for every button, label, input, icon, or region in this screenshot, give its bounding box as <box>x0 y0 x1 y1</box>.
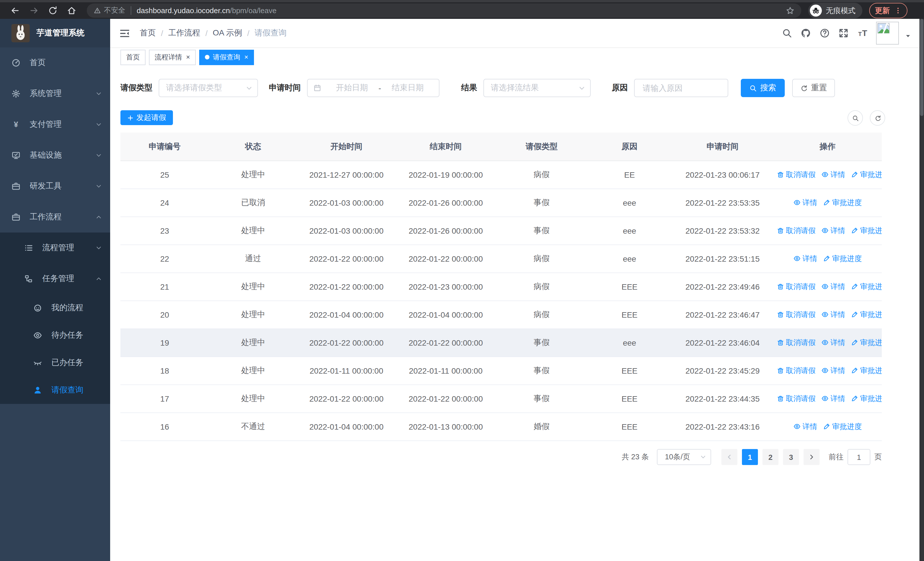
cancel-action-link[interactable]: 取消请假 <box>777 282 816 292</box>
detail-action-link[interactable]: 详情 <box>821 170 845 180</box>
cell-start: 2022-01-04 00:00:00 <box>297 301 396 329</box>
bookmark-star-icon[interactable] <box>786 6 795 15</box>
result-label: 结果 <box>461 83 477 93</box>
progress-action-link[interactable]: 审批进度 <box>851 365 882 376</box>
sidebar-item-请假查询[interactable]: 请假查询 <box>0 376 110 404</box>
detail-action-link[interactable]: 详情 <box>793 254 817 264</box>
page-size-select[interactable]: 10条/页 <box>657 449 711 465</box>
sidebar-item-研发工具[interactable]: 研发工具 <box>0 171 110 202</box>
next-page-button[interactable] <box>804 449 819 465</box>
cancel-action-link[interactable]: 取消请假 <box>777 394 816 404</box>
url-bar[interactable]: 不安全 dashboard.yudao.iocoder.cn /bpm/oa/l… <box>87 3 801 18</box>
sidebar-item-流程管理[interactable]: 流程管理 <box>0 233 110 263</box>
cell-status: 处理中 <box>209 301 297 329</box>
sidebar-item-基础设施[interactable]: 基础设施 <box>0 140 110 171</box>
app-logo[interactable]: 芋道管理系统 <box>0 19 110 47</box>
sidebar-item-支付管理[interactable]: ¥支付管理 <box>0 109 110 140</box>
cell-apply: 2022-01-22 23:46:04 <box>672 329 773 357</box>
page-button-1[interactable]: 1 <box>742 449 758 465</box>
browser-update-button[interactable]: 更新 <box>869 3 908 18</box>
progress-action-link[interactable]: 审批进度 <box>851 394 882 404</box>
github-icon[interactable] <box>801 28 811 38</box>
reset-button[interactable]: 重置 <box>792 79 835 97</box>
detail-action-link[interactable]: 详情 <box>821 282 845 292</box>
cancel-action-link[interactable]: 取消请假 <box>777 170 816 180</box>
cell-end: 2022-01-23 00:00:00 <box>396 273 496 301</box>
avatar[interactable] <box>876 22 899 45</box>
forward-icon[interactable] <box>29 6 39 15</box>
column-header-操作: 操作 <box>773 132 882 161</box>
cancel-action-link[interactable]: 取消请假 <box>777 310 816 320</box>
trash-icon <box>777 311 784 319</box>
sidebar-item-首页[interactable]: 首页 <box>0 47 110 78</box>
scrollbar-thumb[interactable] <box>920 19 923 116</box>
fontsize-icon[interactable]: TT <box>857 28 867 38</box>
tab-首页[interactable]: 首页 <box>120 50 146 65</box>
result-select[interactable]: 请选择流结果 <box>483 79 591 97</box>
progress-action-link[interactable]: 审批进度 <box>851 310 882 320</box>
detail-action-link[interactable]: 详情 <box>821 226 845 236</box>
detail-action-link[interactable]: 详情 <box>821 365 845 376</box>
update-label[interactable]: 更新 <box>875 5 890 16</box>
refresh-table-button[interactable] <box>870 110 885 126</box>
sidebar-toggle-icon[interactable] <box>119 28 130 39</box>
trash-icon <box>777 367 784 375</box>
cancel-action-link[interactable]: 取消请假 <box>777 365 816 376</box>
progress-action-link[interactable]: 审批进度 <box>851 282 882 292</box>
detail-action-link[interactable]: 详情 <box>821 310 845 320</box>
help-icon[interactable] <box>819 28 830 38</box>
progress-action-link[interactable]: 审批进度 <box>823 198 862 208</box>
goto-page-input[interactable] <box>848 449 870 465</box>
sidebar-item-已办任务[interactable]: 已办任务 <box>0 349 110 376</box>
sidebar-item-我的流程[interactable]: 我的流程 <box>0 294 110 322</box>
reload-icon[interactable] <box>48 6 58 15</box>
breadcrumb-item[interactable]: 工作流程 <box>168 28 200 38</box>
detail-action-link[interactable]: 详情 <box>793 422 817 432</box>
tab-流程详情[interactable]: 流程详情× <box>149 50 196 65</box>
breadcrumb-item[interactable]: 首页 <box>140 28 156 38</box>
progress-action-link[interactable]: 审批进度 <box>823 422 862 432</box>
sidebar-item-待办任务[interactable]: 待办任务 <box>0 322 110 349</box>
sidebar-item-任务管理[interactable]: 任务管理 <box>0 263 110 294</box>
detail-action-link[interactable]: 详情 <box>821 394 845 404</box>
prev-page-button[interactable] <box>722 449 737 465</box>
page-button-3[interactable]: 3 <box>783 449 799 465</box>
reason-input[interactable] <box>642 83 721 93</box>
cell-start: 2022-01-22 00:00:00 <box>297 385 396 413</box>
progress-action-link[interactable]: 审批进度 <box>851 170 882 180</box>
table-row-24: 24已取消2022-01-03 00:00:002022-01-26 00:00… <box>120 189 882 217</box>
tab-label: 流程详情 <box>154 52 182 62</box>
leave-type-select[interactable]: 请选择请假类型 <box>159 79 258 97</box>
back-icon[interactable] <box>10 6 20 15</box>
not-secure-icon[interactable] <box>94 7 101 14</box>
browser-menu-icon[interactable] <box>894 7 902 14</box>
create-leave-button[interactable]: 发起请假 <box>120 110 173 125</box>
progress-action-link[interactable]: 审批进度 <box>851 338 882 348</box>
search-button[interactable]: 搜索 <box>741 79 785 97</box>
toggle-search-button[interactable] <box>848 110 863 126</box>
detail-action-link[interactable]: 详情 <box>793 198 817 208</box>
breadcrumb-item[interactable]: OA 示例 <box>213 28 242 38</box>
home-icon[interactable] <box>67 6 76 15</box>
total-count: 共 23 条 <box>622 452 649 462</box>
cancel-action-link[interactable]: 取消请假 <box>777 226 816 236</box>
table-row-20: 20处理中2022-01-04 00:00:002022-01-04 00:00… <box>120 301 882 329</box>
detail-action-link[interactable]: 详情 <box>821 338 845 348</box>
page-button-2[interactable]: 2 <box>762 449 778 465</box>
page-scrollbar[interactable] <box>920 19 924 561</box>
eye-icon <box>793 255 801 263</box>
chevron-left-icon <box>726 454 733 460</box>
apply-time-range-picker[interactable]: 开始日期 - 结束日期 <box>307 79 440 97</box>
progress-action-link[interactable]: 审批进度 <box>823 254 862 264</box>
sidebar-item-系统管理[interactable]: 系统管理 <box>0 78 110 109</box>
fullscreen-icon[interactable] <box>838 28 849 38</box>
close-tab-icon[interactable]: × <box>186 54 190 60</box>
cancel-action-link[interactable]: 取消请假 <box>777 338 816 348</box>
sidebar-item-工作流程[interactable]: 工作流程 <box>0 202 110 233</box>
close-tab-icon[interactable]: × <box>244 54 248 60</box>
search-icon[interactable] <box>782 28 792 38</box>
tab-请假查询[interactable]: 请假查询× <box>199 50 254 65</box>
user-menu-caret-icon[interactable] <box>904 33 912 39</box>
table-row-16: 16不通过2022-01-04 00:00:002022-01-13 00:00… <box>120 413 882 441</box>
progress-action-link[interactable]: 审批进度 <box>851 226 882 236</box>
